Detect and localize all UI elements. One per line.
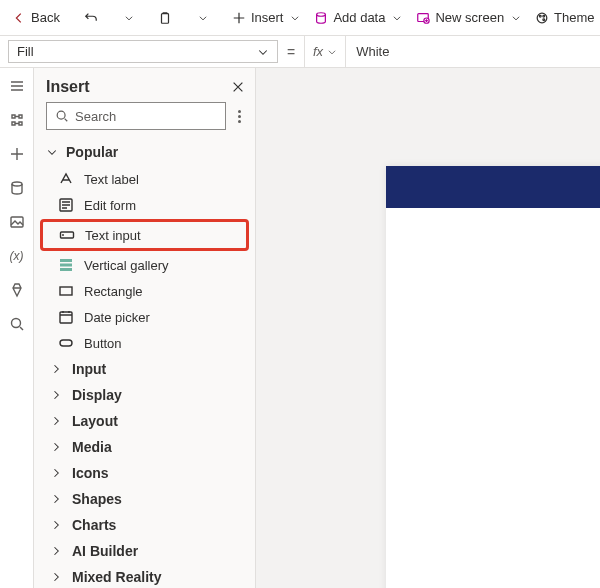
- insert-panel: Insert Search Popular Text label Edit fo…: [34, 68, 256, 588]
- rectangle-icon: [58, 283, 74, 299]
- hamburger-icon[interactable]: [9, 78, 25, 94]
- undo-button[interactable]: [78, 7, 104, 29]
- app-body: (x) Insert Search Popular: [0, 68, 600, 588]
- chevron-down-icon: [392, 13, 402, 23]
- cat-mixed-reality-label: Mixed Reality: [72, 569, 161, 585]
- svg-rect-20: [60, 340, 72, 346]
- canvas[interactable]: [256, 68, 600, 588]
- data-rail-icon[interactable]: [9, 180, 25, 196]
- chevron-right-icon: [50, 493, 62, 505]
- chevron-right-icon: [50, 545, 62, 557]
- formula-value: White: [356, 44, 389, 59]
- item-vertical-gallery[interactable]: Vertical gallery: [34, 252, 255, 278]
- cat-icons[interactable]: Icons: [34, 460, 255, 486]
- svg-point-7: [543, 18, 545, 20]
- chevron-right-icon: [50, 389, 62, 401]
- svg-point-12: [57, 111, 65, 119]
- search-rail-icon[interactable]: [9, 316, 25, 332]
- chevron-right-icon: [50, 363, 62, 375]
- back-label: Back: [31, 10, 60, 25]
- item-text-label-text: Text label: [84, 172, 139, 187]
- cat-mixed-reality[interactable]: Mixed Reality: [34, 564, 255, 588]
- close-icon[interactable]: [231, 80, 245, 94]
- insert-rail-icon[interactable]: [9, 146, 25, 162]
- cat-icons-label: Icons: [72, 465, 109, 481]
- cat-display[interactable]: Display: [34, 382, 255, 408]
- paste-split[interactable]: [190, 9, 214, 27]
- panel-title: Insert: [46, 78, 90, 96]
- tree-view-icon[interactable]: [9, 112, 25, 128]
- svg-point-9: [12, 182, 22, 186]
- undo-split[interactable]: [116, 9, 140, 27]
- arrow-left-icon: [12, 11, 26, 25]
- back-button[interactable]: Back: [6, 6, 66, 29]
- edit-form-icon: [58, 197, 74, 213]
- chevron-right-icon: [50, 519, 62, 531]
- svg-rect-15: [60, 259, 72, 262]
- theme-icon: [535, 11, 549, 25]
- item-button[interactable]: Button: [34, 330, 255, 356]
- svg-rect-17: [60, 268, 72, 271]
- property-selector[interactable]: Fill: [8, 40, 278, 63]
- panel-search-row: Search: [34, 102, 255, 138]
- svg-rect-0: [161, 13, 168, 23]
- new-screen-menu[interactable]: New screen: [410, 6, 527, 29]
- advanced-tools-icon[interactable]: [9, 282, 25, 298]
- more-options-button[interactable]: [234, 106, 245, 127]
- chevron-right-icon: [50, 571, 62, 583]
- panel-header: Insert: [34, 68, 255, 102]
- add-data-menu[interactable]: Add data: [308, 6, 408, 29]
- button-icon: [58, 335, 74, 351]
- cat-media[interactable]: Media: [34, 434, 255, 460]
- app-screen[interactable]: [386, 166, 600, 588]
- group-popular[interactable]: Popular: [34, 138, 255, 166]
- undo-icon: [84, 11, 98, 25]
- item-date-picker[interactable]: Date picker: [34, 304, 255, 330]
- variables-rail-icon[interactable]: (x): [9, 248, 25, 264]
- formula-input[interactable]: White: [346, 36, 600, 67]
- search-input[interactable]: Search: [46, 102, 226, 130]
- item-text-label[interactable]: Text label: [34, 166, 255, 192]
- screen-header-rect[interactable]: [386, 166, 600, 208]
- cat-ai-builder-label: AI Builder: [72, 543, 138, 559]
- media-rail-icon[interactable]: [9, 214, 25, 230]
- item-rectangle[interactable]: Rectangle: [34, 278, 255, 304]
- text-label-icon: [58, 171, 74, 187]
- cat-charts[interactable]: Charts: [34, 512, 255, 538]
- search-placeholder: Search: [75, 109, 116, 124]
- cat-shapes-label: Shapes: [72, 491, 122, 507]
- cat-shapes[interactable]: Shapes: [34, 486, 255, 512]
- group-popular-label: Popular: [66, 144, 118, 160]
- fx-label: fx: [313, 44, 323, 59]
- fx-button[interactable]: fx: [304, 36, 346, 67]
- new-screen-icon: [416, 11, 430, 25]
- chevron-down-icon: [46, 146, 58, 158]
- cat-ai-builder[interactable]: AI Builder: [34, 538, 255, 564]
- equals-sign: =: [278, 36, 304, 67]
- paste-icon: [158, 11, 172, 25]
- date-picker-icon: [58, 309, 74, 325]
- paste-button[interactable]: [152, 7, 178, 29]
- property-name: Fill: [17, 44, 34, 59]
- chevron-right-icon: [50, 467, 62, 479]
- item-edit-form[interactable]: Edit form: [34, 192, 255, 218]
- cat-layout[interactable]: Layout: [34, 408, 255, 434]
- item-vertical-gallery-text: Vertical gallery: [84, 258, 169, 273]
- search-icon: [55, 109, 69, 123]
- svg-point-11: [11, 319, 20, 328]
- insert-tree: Popular Text label Edit form Text input …: [34, 138, 255, 588]
- cat-input[interactable]: Input: [34, 356, 255, 382]
- text-input-icon: [59, 227, 75, 243]
- database-icon: [314, 11, 328, 25]
- svg-point-6: [543, 15, 545, 17]
- theme-menu[interactable]: Theme: [529, 6, 600, 29]
- item-text-input-text: Text input: [85, 228, 141, 243]
- chevron-right-icon: [50, 441, 62, 453]
- insert-menu[interactable]: Insert: [226, 6, 307, 29]
- cat-layout-label: Layout: [72, 413, 118, 429]
- chevron-down-icon: [327, 47, 337, 57]
- item-date-picker-text: Date picker: [84, 310, 150, 325]
- chevron-down-icon: [257, 46, 269, 58]
- svg-rect-10: [11, 217, 23, 227]
- item-text-input[interactable]: Text input: [40, 219, 249, 251]
